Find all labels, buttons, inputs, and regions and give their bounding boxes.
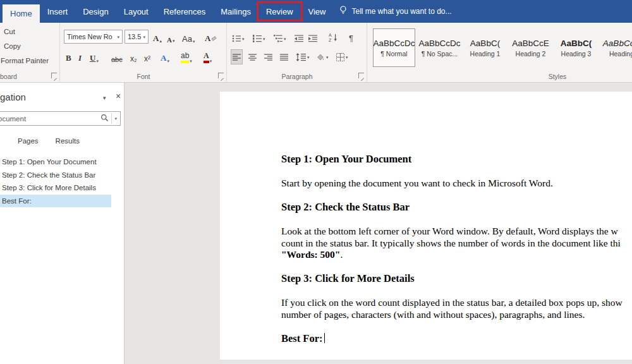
justify-button[interactable]: [279, 50, 289, 64]
show-formatting-marks-button[interactable]: ¶: [349, 31, 353, 45]
chevron-down-icon: ▾: [307, 55, 310, 59]
styles-gallery: AaBbCcDc ¶ Normal AaBbCcDc ¶ No Spac... …: [373, 28, 632, 67]
cut-button[interactable]: Cut: [4, 28, 15, 35]
format-painter-button[interactable]: Format Painter: [1, 57, 49, 64]
font-dialog-launcher-icon[interactable]: [218, 73, 224, 78]
tab-home[interactable]: Home: [3, 4, 40, 23]
chevron-down-icon: ▾: [210, 59, 212, 63]
multilevel-list-button[interactable]: ▾: [274, 32, 286, 46]
sort-button[interactable]: AZ: [329, 30, 338, 44]
chevron-down-icon: ▾: [167, 59, 169, 63]
chevron-down-icon: ▾: [141, 35, 145, 39]
document-page[interactable]: Step 1: Open Your Document Start by open…: [220, 92, 632, 360]
style-normal[interactable]: AaBbCcDc ¶ Normal: [373, 28, 415, 67]
word-window: Home Insert Design Layout References Mai…: [0, 0, 632, 364]
nav-tab-pages[interactable]: Pages: [18, 137, 39, 145]
doc-paragraph-2: Look at the bottom left corner of your W…: [281, 226, 621, 261]
clipboard-group: Cut Copy Format Painter board: [0, 23, 60, 82]
tab-design[interactable]: Design: [75, 0, 116, 23]
tab-mailings[interactable]: Mailings: [213, 0, 258, 23]
navigation-pane-title: gation: [0, 92, 26, 102]
nav-heading-best-for[interactable]: Best For:: [0, 195, 111, 208]
highlight-color-button[interactable]: ab▾: [181, 49, 192, 63]
copy-button[interactable]: Copy: [4, 42, 21, 50]
chevron-down-icon[interactable]: ▾: [114, 116, 117, 121]
lightbulb-icon: [339, 6, 347, 17]
tab-view[interactable]: View: [301, 0, 334, 23]
chevron-down-icon: ▾: [193, 39, 195, 44]
font-size-combobox[interactable]: 13.5 ▾: [125, 30, 149, 44]
doc-paragraph-2-line-2: count in the status bar. It typically sh…: [281, 238, 621, 250]
nav-heading-step-2[interactable]: Step 2: Check the Status Bar: [0, 169, 124, 182]
style-heading-3[interactable]: AaBbC( Heading 3: [555, 28, 597, 67]
style-no-spacing[interactable]: AaBbCcDc ¶ No Spac...: [418, 28, 461, 67]
align-right-button[interactable]: [263, 50, 274, 64]
navigation-search-box[interactable]: ocument ▾: [0, 111, 121, 126]
font-name-value: Times New Ro: [67, 33, 112, 40]
search-input[interactable]: ocument: [0, 115, 100, 123]
doc-paragraph-3: If you click on the word count displayed…: [281, 297, 623, 320]
tab-review[interactable]: Review: [258, 0, 301, 23]
nav-heading-step-1[interactable]: Step 1: Open Your Document: [0, 155, 124, 169]
borders-icon: [336, 53, 344, 61]
font-size-value: 13.5: [128, 33, 141, 40]
doc-paragraph-2-line-3: "Words: 500".: [281, 249, 621, 261]
clear-formatting-button[interactable]: A: [205, 30, 216, 44]
underline-button[interactable]: U▾: [90, 49, 99, 63]
shrink-font-button[interactable]: A▾: [167, 30, 174, 44]
doc-heading-step-1: Step 1: Open Your Document: [281, 153, 411, 166]
numbering-icon: [253, 35, 262, 42]
font-name-combobox[interactable]: Times New Ro ▾: [64, 30, 123, 44]
clipboard-dialog-launcher-icon[interactable]: [51, 73, 57, 78]
doc-paragraph-1: Start by opening the document you want t…: [281, 178, 553, 190]
navigation-headings-list: Step 1: Open Your Document Step 2: Check…: [0, 155, 124, 207]
text-effects-button[interactable]: A▾: [161, 49, 169, 63]
nav-tab-results[interactable]: Results: [56, 137, 80, 145]
align-center-icon: [248, 54, 257, 61]
font-color-button[interactable]: A▾: [204, 49, 212, 63]
line-spacing-button[interactable]: ▾: [296, 50, 310, 64]
justify-icon: [280, 54, 288, 61]
decrease-indent-button[interactable]: [295, 32, 303, 46]
multilevel-list-icon: [274, 35, 283, 42]
chevron-down-icon: ▾: [346, 55, 348, 59]
numbering-button[interactable]: ▾: [253, 32, 265, 46]
grow-font-button[interactable]: A▴: [153, 30, 162, 44]
ribbon: Cut Copy Format Painter board Times New …: [0, 23, 632, 83]
borders-button[interactable]: ▾: [336, 50, 348, 64]
superscript-button[interactable]: x²: [144, 49, 150, 63]
tell-me-box[interactable]: Tell me what you want to do...: [339, 0, 451, 23]
chevron-down-icon[interactable]: ▾: [103, 95, 106, 101]
tell-me-label: Tell me what you want to do...: [351, 7, 451, 16]
tab-references[interactable]: References: [156, 0, 213, 23]
navigation-tabs: Pages Results: [18, 137, 80, 145]
chevron-down-icon: ▾: [284, 37, 286, 41]
increase-indent-button[interactable]: [308, 32, 317, 46]
bullets-button[interactable]: ▾: [232, 32, 245, 46]
tab-insert[interactable]: Insert: [40, 0, 76, 23]
chevron-down-icon: ▾: [242, 37, 245, 41]
line-spacing-icon: [296, 53, 306, 61]
bold-button[interactable]: B: [66, 49, 71, 63]
align-center-button[interactable]: [247, 50, 258, 64]
search-icon[interactable]: [100, 114, 109, 124]
up-arrow-icon: ▴: [159, 39, 162, 44]
style-heading-4[interactable]: AaBbCcD Heading: [600, 28, 632, 67]
doc-heading-step-3: Step 3: Click for More Details: [281, 272, 415, 285]
strikethrough-button[interactable]: abc: [111, 49, 123, 63]
down-arrow-icon: ▾: [173, 39, 175, 44]
shading-button[interactable]: ▾: [316, 50, 329, 64]
doc-heading-best-for: Best For:: [281, 332, 325, 345]
tab-layout[interactable]: Layout: [116, 0, 156, 23]
align-left-button[interactable]: [231, 50, 242, 64]
close-icon[interactable]: ×: [116, 91, 121, 101]
subscript-button[interactable]: x₂: [130, 49, 137, 63]
paragraph-dialog-launcher-icon[interactable]: [358, 73, 364, 78]
nav-heading-step-3[interactable]: Step 3: Click for More Details: [0, 181, 124, 195]
svg-text:A: A: [329, 33, 332, 37]
change-case-button[interactable]: Aa▾: [182, 30, 195, 44]
chevron-down-icon: ▾: [190, 59, 192, 63]
style-heading-1[interactable]: AaBbC( Heading 1: [464, 28, 506, 67]
style-heading-2[interactable]: AaBbCcE Heading 2: [509, 28, 552, 67]
italic-button[interactable]: I: [78, 49, 82, 63]
